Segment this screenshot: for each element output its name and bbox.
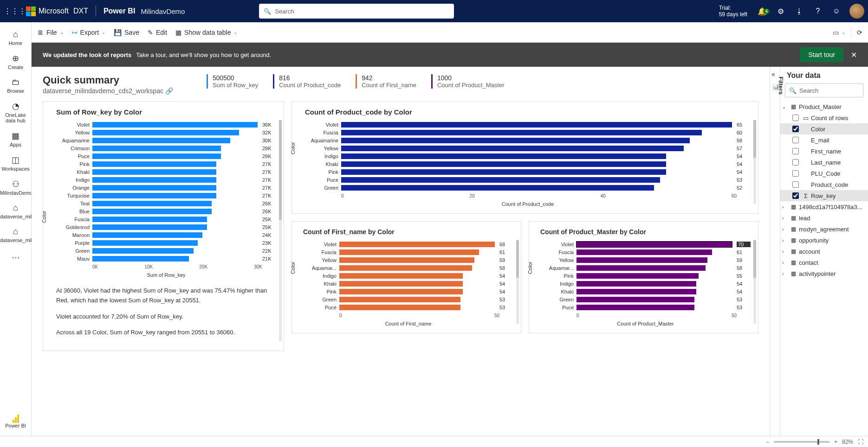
app-launcher-icon[interactable]: ⋮⋮⋮ bbox=[4, 7, 22, 16]
search-icon: 🔍 bbox=[264, 8, 271, 15]
help-icon[interactable]: ? bbox=[809, 7, 827, 15]
search-container: 🔍 Search bbox=[259, 4, 454, 19]
ms-logo-grid-icon bbox=[26, 6, 36, 16]
search-input[interactable]: 🔍 Search bbox=[259, 4, 454, 19]
notif-badge: 4 bbox=[763, 9, 770, 14]
ms-text: Microsoft bbox=[39, 7, 69, 15]
top-header: ⋮⋮⋮ Microsoft DXT Power BI MilindavDemo … bbox=[0, 0, 868, 22]
trial-line1: Trial: bbox=[719, 5, 747, 11]
download-icon[interactable]: ⭳ bbox=[790, 7, 809, 15]
user-avatar[interactable] bbox=[849, 4, 864, 19]
trial-status[interactable]: Trial: 59 days left bbox=[719, 5, 747, 18]
workspace-name[interactable]: MilindavDemo bbox=[141, 7, 185, 15]
ms-logo: Microsoft DXT bbox=[26, 6, 88, 16]
trial-line2: 59 days left bbox=[719, 11, 747, 18]
product-name[interactable]: Power BI bbox=[104, 7, 135, 15]
search-placeholder: Search bbox=[275, 8, 294, 15]
divider bbox=[96, 6, 96, 17]
dxt-text: DXT bbox=[73, 7, 88, 15]
settings-icon[interactable]: ⚙ bbox=[771, 7, 790, 16]
notifications-icon[interactable]: 🔔4 bbox=[753, 7, 771, 16]
feedback-icon[interactable]: ☺ bbox=[827, 7, 846, 15]
